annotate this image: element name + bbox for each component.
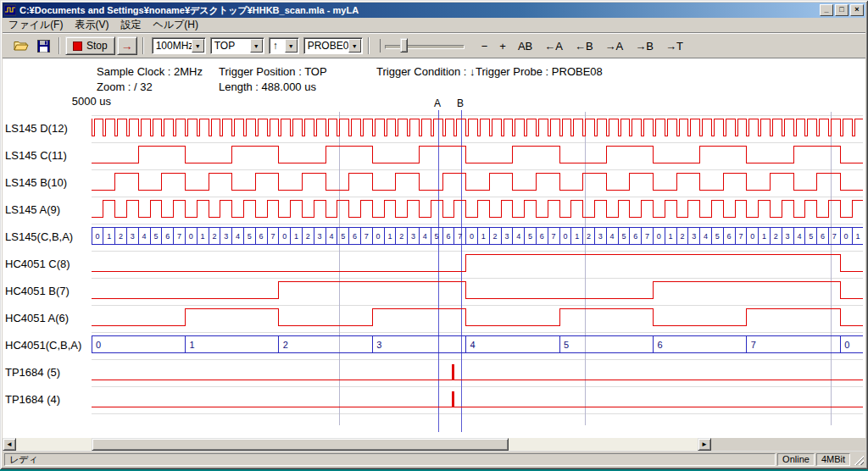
channel-wave-hc4051-c-b-a: 012345670: [92, 335, 863, 352]
stop-icon: [73, 42, 82, 51]
titlebar[interactable]: C:¥Documents and Settings¥noname¥デスクトップ¥…: [3, 3, 865, 18]
zoom-out-button[interactable]: −: [478, 39, 492, 53]
waveform-display[interactable]: AB01234567012345670123456701234567012345…: [3, 93, 865, 438]
marker-a[interactable]: A: [434, 97, 441, 432]
dropdown-arrow-icon[interactable]: ▼: [192, 39, 204, 53]
svg-text:7: 7: [738, 232, 743, 241]
svg-text:0: 0: [95, 232, 99, 241]
save-button[interactable]: [33, 36, 53, 55]
floppy-disk-icon: [37, 40, 50, 53]
svg-text:0: 0: [750, 232, 754, 241]
svg-text:3: 3: [411, 232, 415, 241]
goto-b-forward-button[interactable]: →B: [632, 39, 657, 53]
goto-b-back-button[interactable]: ←B: [571, 39, 597, 53]
run-arrow-icon: →: [121, 39, 133, 53]
trigger-edge-combo[interactable]: ↑ ▼: [269, 37, 299, 54]
svg-text:3: 3: [692, 232, 696, 241]
toolbar-separator: [58, 37, 60, 54]
slider-groove: [385, 45, 465, 49]
waveform-client-area: Sample Clock : 2MHz Trigger Position : T…: [3, 58, 865, 451]
svg-text:3: 3: [598, 232, 603, 241]
probe-combo[interactable]: PROBE00 ▼: [303, 37, 363, 54]
menu-file[interactable]: ファイル(F): [3, 17, 69, 33]
marker-b[interactable]: B: [457, 97, 464, 432]
svg-text:1: 1: [189, 340, 194, 350]
trigger-edge-value: ↑: [273, 40, 278, 52]
svg-text:0: 0: [376, 232, 381, 241]
stop-button[interactable]: Stop: [65, 36, 115, 55]
svg-text:5: 5: [341, 232, 345, 241]
menu-settings[interactable]: 設定: [114, 17, 147, 33]
slider-thumb[interactable]: [400, 38, 408, 53]
sample-rate-combo[interactable]: 100MHz ▼: [152, 37, 206, 54]
minimize-button[interactable]: _: [820, 4, 833, 16]
channel-wave-ls145-d-12: [92, 119, 863, 136]
zoom-slider[interactable]: [380, 36, 468, 55]
length-text: Length : 488.000 us: [219, 80, 316, 93]
scroll-left-button[interactable]: ◄: [3, 438, 16, 451]
dropdown-arrow-icon[interactable]: ▼: [285, 39, 298, 53]
marker-label-a: A: [434, 97, 441, 109]
channel-wave-hc4051-b-7: [92, 281, 863, 298]
toolbar-separator: [368, 37, 370, 54]
svg-text:1: 1: [762, 232, 766, 241]
svg-text:2: 2: [119, 232, 123, 241]
toolbar-separator: [142, 37, 144, 54]
status-ready-text: レディ: [4, 453, 776, 466]
svg-text:4: 4: [236, 232, 240, 241]
svg-text:3: 3: [224, 232, 228, 241]
svg-text:5: 5: [153, 232, 158, 241]
svg-text:5: 5: [564, 340, 569, 350]
horizontal-scrollbar[interactable]: ◄ ►: [3, 438, 711, 451]
svg-text:0: 0: [844, 340, 849, 350]
svg-text:7: 7: [645, 232, 649, 241]
dropdown-arrow-icon[interactable]: ▼: [250, 39, 263, 53]
menu-help[interactable]: ヘルプ(H): [147, 17, 204, 33]
svg-text:1: 1: [294, 232, 298, 241]
svg-text:5: 5: [435, 232, 439, 241]
scroll-right-button[interactable]: ►: [698, 438, 711, 451]
goto-a-back-button[interactable]: ←A: [541, 39, 566, 53]
svg-text:0: 0: [657, 232, 661, 241]
svg-text:1: 1: [107, 232, 111, 241]
zoom-text: Zoom : / 32: [97, 80, 153, 93]
open-folder-icon: [14, 40, 29, 52]
close-button[interactable]: ×: [850, 4, 864, 16]
channel-wave-tp1684-5: [92, 364, 863, 380]
scrollbar-thumb[interactable]: [92, 438, 509, 451]
svg-text:7: 7: [270, 232, 275, 241]
trigger-probe-text: Trigger Probe : PROBE08: [476, 65, 603, 78]
svg-text:0: 0: [470, 232, 474, 241]
svg-text:4: 4: [142, 232, 147, 241]
channel-wave-hc4051-a-6: [92, 308, 863, 325]
svg-text:4: 4: [329, 232, 333, 241]
status-memory-badge: 4MBit: [816, 453, 850, 466]
menu-view[interactable]: 表示(V): [69, 17, 114, 33]
channel-wave-ls145-a-9: [92, 200, 863, 217]
channel-wave-tp1684-4: [92, 391, 863, 407]
svg-text:5: 5: [715, 232, 720, 241]
svg-text:2: 2: [587, 232, 591, 241]
svg-text:6: 6: [353, 232, 357, 241]
dropdown-arrow-icon[interactable]: ▼: [348, 39, 361, 53]
marker-ab-button[interactable]: AB: [515, 39, 536, 53]
svg-text:7: 7: [751, 340, 756, 350]
trigger-position-combo[interactable]: TOP ▼: [210, 37, 264, 54]
svg-text:2: 2: [283, 340, 288, 350]
svg-text:6: 6: [540, 232, 544, 241]
svg-text:2: 2: [680, 232, 684, 241]
maximize-button[interactable]: □: [835, 4, 849, 16]
goto-a-forward-button[interactable]: →A: [602, 39, 627, 53]
run-button[interactable]: →: [117, 36, 137, 55]
trigger-condition-text: Trigger Condition : ↓: [376, 65, 476, 78]
svg-text:7: 7: [177, 232, 181, 241]
open-button[interactable]: [11, 36, 31, 55]
svg-text:3: 3: [318, 232, 322, 241]
sample-rate-value: 100MHz: [156, 40, 194, 52]
svg-text:2: 2: [306, 232, 310, 241]
resize-grip[interactable]: [853, 454, 864, 465]
svg-text:1: 1: [669, 232, 673, 241]
goto-trigger-button[interactable]: →T: [662, 39, 687, 53]
svg-text:7: 7: [364, 232, 369, 241]
zoom-in-button[interactable]: +: [496, 39, 509, 53]
